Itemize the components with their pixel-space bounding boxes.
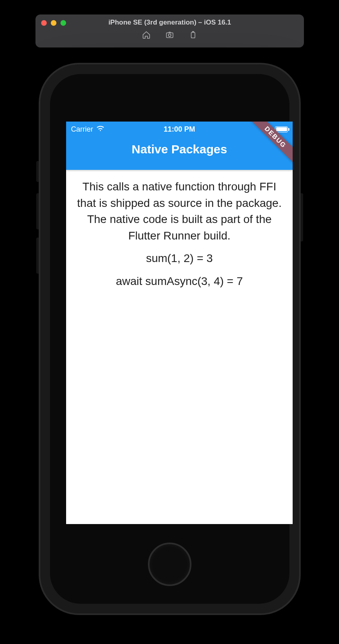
- svg-rect-2: [191, 33, 195, 38]
- simulator-title: iPhone SE (3rd generation) – iOS 16.1: [108, 19, 231, 27]
- svg-rect-0: [166, 33, 173, 38]
- zoom-window-button[interactable]: [60, 20, 66, 26]
- home-icon[interactable]: [142, 31, 151, 41]
- app-body: This calls a native function through FFI…: [66, 170, 293, 290]
- screenshot-icon[interactable]: [165, 31, 174, 41]
- simulator-titlebar: iPhone SE (3rd generation) – iOS 16.1: [35, 14, 304, 47]
- description-text: This calls a native function through FFI…: [73, 179, 286, 244]
- home-button[interactable]: [148, 543, 191, 586]
- simulator-toolbar: [142, 31, 198, 41]
- app-bar: Carrier 11:00 PM Native Packages DEBUG: [66, 122, 293, 170]
- device-screen: Carrier 11:00 PM Native Packages DEBUG T…: [66, 122, 293, 524]
- device-frame: Carrier 11:00 PM Native Packages DEBUG T…: [40, 64, 299, 613]
- async-result-text: await sumAsync(3, 4) = 7: [73, 273, 286, 290]
- mute-switch[interactable]: [36, 161, 40, 182]
- volume-down-button[interactable]: [36, 237, 40, 274]
- rotate-icon[interactable]: [189, 31, 198, 41]
- power-button[interactable]: [300, 193, 303, 242]
- sync-result-text: sum(1, 2) = 3: [73, 250, 286, 267]
- svg-point-1: [168, 34, 171, 36]
- close-window-button[interactable]: [41, 20, 47, 26]
- minimize-window-button[interactable]: [51, 20, 56, 26]
- page-title: Native Packages: [66, 142, 293, 156]
- volume-up-button[interactable]: [36, 193, 40, 229]
- device-bezel: Carrier 11:00 PM Native Packages DEBUG T…: [50, 74, 289, 604]
- window-controls: [41, 20, 66, 26]
